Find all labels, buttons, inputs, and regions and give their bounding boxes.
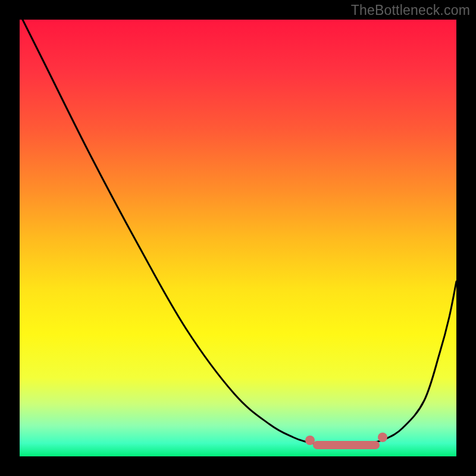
plot-area [20, 20, 456, 456]
chart-frame: TheBottleneck.com [0, 0, 476, 476]
minimum-dot-left [305, 436, 315, 445]
gradient-background [20, 20, 456, 456]
minimum-dot-right [378, 433, 387, 442]
plot-svg [20, 20, 456, 456]
watermark-text: TheBottleneck.com [351, 2, 470, 18]
minimum-bar [313, 441, 380, 449]
